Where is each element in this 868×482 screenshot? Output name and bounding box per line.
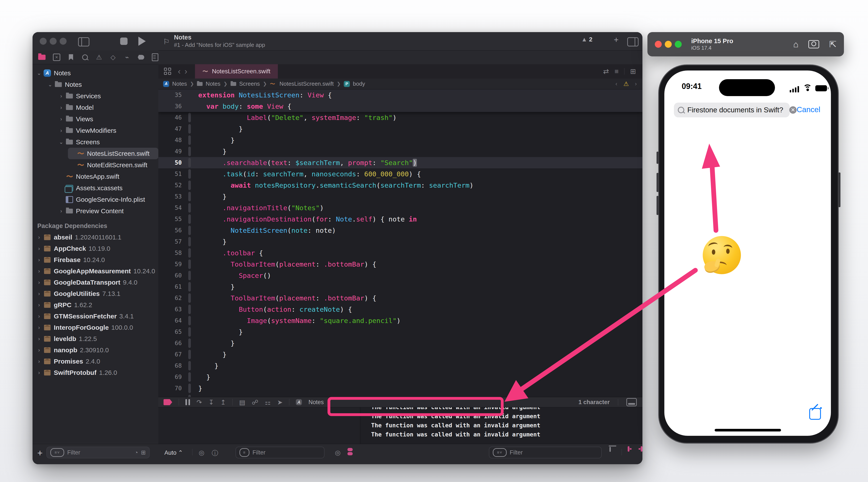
file-row[interactable]: ⌄Notes [46,79,158,90]
code-line[interactable]: 60 Spacer() [158,270,643,281]
step-out-icon[interactable]: ↥ [220,398,226,406]
package-row[interactable]: ›InteropForGoogle100.0.0 [35,322,158,333]
file-row[interactable]: 〜NotesListScreen.swift [68,148,158,159]
file-row[interactable]: ⌄ANotes [35,67,158,79]
file-row[interactable]: ⌄Screens [57,136,158,148]
add-file-button[interactable]: + [37,448,43,458]
console-filter-field[interactable]: ≡˅ Filter [489,447,602,458]
package-row[interactable]: ›Firebase10.24.0 [35,254,158,266]
package-row[interactable]: ›nanopb2.30910.0 [35,344,158,356]
file-row[interactable]: ›Preview Content [57,205,158,217]
next-issue-icon[interactable]: › [635,81,637,87]
add-editor-icon[interactable]: ⊞ [630,68,636,75]
package-row[interactable]: ›abseil1.2024011601.1 [35,232,158,243]
code-line[interactable]: 69 } [158,371,643,383]
package-row[interactable]: ›GoogleDataTransport9.4.0 [35,277,158,288]
close-button[interactable] [655,41,662,48]
stop-button[interactable] [120,37,127,45]
code-line[interactable]: 35extension NotesListScreen: View { [158,89,643,101]
variables-scope-select[interactable]: Auto ⌃ [164,449,183,456]
file-row[interactable]: ›ViewModifiers [57,125,158,136]
cancel-button[interactable]: Cancel [797,105,820,114]
code-line[interactable]: 52 await notesRepository.semanticSearch(… [158,180,643,191]
search-input-text[interactable]: Firestone documents in Swift? [687,106,783,114]
breakpoints-toggle-icon[interactable] [163,399,172,405]
code-line[interactable]: 66 } [158,337,643,349]
tab-notesListScreen[interactable]: 〜 NotesListScreen.swift [195,64,278,79]
code-line[interactable]: 53 } [158,191,643,202]
code-lines[interactable]: 46 Label("Delete", systemImage: "trash")… [158,112,643,397]
breadcrumb-screens[interactable]: Screens [239,81,260,87]
code-line[interactable]: 65 } [158,326,643,337]
file-row[interactable]: 〜NoteEditScreen.swift [68,159,158,171]
code-review-icon[interactable]: ⇄ [603,68,609,75]
home-icon[interactable]: ⌂ [793,39,798,49]
variables-filter-field[interactable]: ≡ Filter [236,447,324,458]
issue-warning-icon[interactable]: ⚠ [623,80,629,87]
code-line[interactable]: 46 Label("Delete", systemImage: "trash") [158,112,643,123]
code-line[interactable]: 59 ToolbarItem(placement: .bottomBar) { [158,259,643,270]
compose-note-icon[interactable] [809,408,821,420]
scm-status-icon[interactable]: ⊞ [141,449,146,456]
reports-icon[interactable] [152,53,158,61]
breadcrumb-group[interactable]: Notes [206,81,220,87]
minimize-button[interactable] [665,41,672,48]
issues-icon[interactable]: ⚠ [96,53,102,61]
code-line[interactable]: 51 .task(id: searchTerm, nanoseconds: 60… [158,168,643,180]
file-row[interactable]: ›Services [57,90,158,102]
minimize-button[interactable] [50,38,57,45]
file-row[interactable]: 〜NotesApp.swift [57,171,158,182]
code-line[interactable]: 54 .navigationTitle("Notes") [158,202,643,213]
code-line[interactable]: 50 .searchable(text: $searchTerm, prompt… [158,157,643,168]
package-row[interactable]: ›GoogleUtilities7.13.1 [35,288,158,299]
code-line[interactable]: 56 NoteEditScreen(note: note) [158,225,643,236]
warning-badge[interactable]: ▲2 [581,36,592,43]
breadcrumb-symbol[interactable]: body [353,81,365,87]
search-icon[interactable] [82,53,89,61]
code-line[interactable]: 57 } [158,236,643,247]
forward-icon[interactable]: › [185,67,187,76]
code-line[interactable]: 47 } [158,123,643,134]
zoom-button[interactable] [60,38,67,45]
console-panel-toggle[interactable] [641,446,643,452]
tests-icon[interactable]: ◇ [110,53,117,61]
package-row[interactable]: ›AppCheck10.19.0 [35,243,158,254]
related-items-grid-icon[interactable] [164,68,172,75]
step-into-icon[interactable]: ↧ [209,398,214,406]
sidebar-toggle-icon[interactable] [78,37,89,47]
code-line[interactable]: 70} [158,383,643,394]
recent-files-icon[interactable]: ◔ [134,449,138,456]
clear-text-icon[interactable]: ✕ [789,106,797,114]
file-row[interactable]: ›Views [57,113,158,125]
screenshot-icon[interactable] [808,40,819,49]
breadcrumb-project[interactable]: Notes [172,81,187,87]
file-row[interactable]: GoogleService-Info.plist [57,194,158,205]
code-line[interactable]: 64 Image(systemName: "square.and.pencil"… [158,315,643,326]
run-button[interactable] [138,37,146,46]
code-editor[interactable]: 35extension NotesListScreen: View {36 va… [158,89,643,397]
code-line[interactable]: 63 Button(action: createNote) { [158,304,643,315]
inspector-toggle-icon[interactable] [627,37,639,47]
code-line[interactable]: 49 } [158,146,643,157]
environment-overrides-icon[interactable]: ⚏ [265,398,271,406]
memory-graph-icon[interactable]: ☍ [252,398,258,406]
package-row[interactable]: ›Promises2.4.0 [35,356,158,367]
project-navigator-icon[interactable] [38,53,45,61]
search-field[interactable]: Firestone documents in Swift? ✕ [674,102,790,117]
zoom-button[interactable] [675,41,682,48]
view-hierarchy-icon[interactable]: ▤ [239,398,245,406]
file-row[interactable]: Assets.xcassets [57,182,158,194]
code-line[interactable]: 55 .navigationDestination(for: Note.self… [158,213,643,225]
close-button[interactable] [40,38,46,45]
clear-console-icon[interactable] [610,447,611,452]
quicklook-eye-icon[interactable]: ◎ [199,449,204,456]
adjust-editor-icon[interactable]: ≡ [615,68,619,75]
package-row[interactable]: ›GoogleAppMeasurement10.24.0 [35,266,158,277]
navigator-filter-field[interactable]: ≡˅ Filter ◔ ⊞ [46,447,150,458]
code-line[interactable]: 36 var body: some View { [158,101,643,112]
simulate-location-icon[interactable]: ➤ [277,398,283,406]
rotate-icon[interactable]: ⇱ [829,39,837,49]
package-row[interactable]: ›GTMSessionFetcher3.4.1 [35,311,158,322]
code-line[interactable]: 62 ToolbarItem(placement: .bottomBar) { [158,293,643,304]
bookmarks-icon[interactable] [68,53,74,61]
